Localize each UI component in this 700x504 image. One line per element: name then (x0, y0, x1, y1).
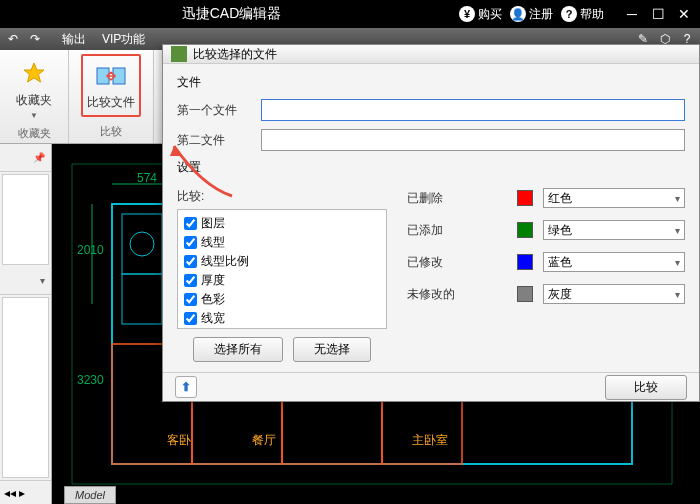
buy-button[interactable]: ¥ 购买 (459, 6, 502, 23)
close-button[interactable]: ✕ (672, 4, 696, 24)
window-buttons: ─ ☐ ✕ (620, 4, 696, 24)
unchanged-color-select[interactable]: 灰度 (543, 284, 685, 304)
modified-label: 已修改 (407, 254, 507, 271)
compare-label-text: 比较: (177, 188, 387, 205)
added-color-select[interactable]: 绿色 (543, 220, 685, 240)
panel-collapse[interactable]: ▾ (0, 267, 51, 295)
check-linetype[interactable]: 线型 (184, 233, 380, 252)
titlebar-right: ¥ 购买 👤 注册 ? 帮助 ─ ☐ ✕ (459, 4, 696, 24)
check-ltscale[interactable]: 线型比例 (184, 252, 380, 271)
register-label: 注册 (529, 6, 553, 23)
dialog-titlebar: 比较选择的文件 (163, 45, 699, 64)
modified-swatch (517, 254, 533, 270)
added-swatch (517, 222, 533, 238)
svg-text:3230: 3230 (77, 373, 104, 387)
color-modified-row: 已修改 蓝色 (407, 252, 685, 272)
added-label: 已添加 (407, 222, 507, 239)
first-file-row: 第一个文件 (177, 99, 685, 121)
compare-group-label: 比较 (100, 122, 122, 141)
first-file-input[interactable] (261, 99, 685, 121)
buy-icon: ¥ (459, 6, 475, 22)
deleted-swatch (517, 190, 533, 206)
unchanged-swatch (517, 286, 533, 302)
checkbox-thickness[interactable] (184, 274, 197, 287)
user-icon: 👤 (510, 6, 526, 22)
color-added-row: 已添加 绿色 (407, 220, 685, 240)
compare-button[interactable]: 比较 (605, 375, 687, 400)
panel-body-2 (2, 297, 49, 478)
svg-text:主卧室: 主卧室 (412, 433, 448, 447)
redo-button[interactable]: ↷ (26, 30, 44, 48)
dialog-footer: ⬆ 比较 (163, 372, 699, 401)
settings-left: 比较: 图层 线型 线型比例 厚度 色彩 线宽 几何体数据 选择所有 无选择 (177, 188, 387, 362)
quick-access-toolbar: ↶ ↷ (4, 30, 44, 48)
ribbon-group-favorites: 收藏夹 ▼ 收藏夹 (0, 50, 69, 143)
help-label: 帮助 (580, 6, 604, 23)
menu-export[interactable]: 输出 (54, 29, 94, 50)
favorites-button[interactable]: 收藏夹 ▼ (12, 54, 56, 124)
check-color[interactable]: 色彩 (184, 290, 380, 309)
settings-right: 已删除 红色 已添加 绿色 已修改 蓝色 未修改的 灰度 (407, 188, 685, 362)
checkbox-layer[interactable] (184, 217, 197, 230)
ribbon-group-compare: 比较文件 比较 (69, 50, 154, 143)
select-all-button[interactable]: 选择所有 (193, 337, 283, 362)
dropdown-icon: ▼ (30, 111, 38, 120)
footer-right: 比较 (605, 375, 687, 400)
undo-button[interactable]: ↶ (4, 30, 22, 48)
help-button[interactable]: ? 帮助 (561, 6, 604, 23)
file-section-label: 文件 (177, 74, 685, 91)
svg-rect-8 (122, 214, 162, 274)
check-geometry[interactable]: 几何体数据 (184, 328, 380, 329)
check-lineweight[interactable]: 线宽 (184, 309, 380, 328)
second-file-input[interactable] (261, 129, 685, 151)
up-arrow-button[interactable]: ⬆ (175, 376, 197, 398)
select-none-button[interactable]: 无选择 (293, 337, 371, 362)
color-unchanged-row: 未修改的 灰度 (407, 284, 685, 304)
svg-rect-9 (122, 274, 162, 324)
compare-label: 比较文件 (87, 94, 135, 111)
buy-label: 购买 (478, 6, 502, 23)
checkbox-linetype[interactable] (184, 236, 197, 249)
menu-vip[interactable]: VIP功能 (94, 29, 153, 50)
panel-pin[interactable]: 📌 (0, 144, 51, 172)
deleted-label: 已删除 (407, 190, 507, 207)
model-tab[interactable]: Model (64, 486, 116, 504)
first-file-label: 第一个文件 (177, 102, 251, 119)
deleted-color-select[interactable]: 红色 (543, 188, 685, 208)
settings-row: 比较: 图层 线型 线型比例 厚度 色彩 线宽 几何体数据 选择所有 无选择 已… (177, 188, 685, 362)
compare-files-button[interactable]: 比较文件 (81, 54, 141, 117)
svg-text:餐厅: 餐厅 (252, 433, 276, 447)
settings-label: 设置 (177, 159, 685, 176)
checkbox-ltscale[interactable] (184, 255, 197, 268)
left-panel: 📌 ▾ ◂◂ ▸ (0, 144, 52, 504)
svg-text:2010: 2010 (77, 243, 104, 257)
panel-footer[interactable]: ◂◂ ▸ (0, 480, 51, 504)
register-button[interactable]: 👤 注册 (510, 6, 553, 23)
svg-point-10 (130, 232, 154, 256)
color-deleted-row: 已删除 红色 (407, 188, 685, 208)
check-thickness[interactable]: 厚度 (184, 271, 380, 290)
checkbox-color[interactable] (184, 293, 197, 306)
favorites-label: 收藏夹 (16, 92, 52, 109)
check-layer[interactable]: 图层 (184, 214, 380, 233)
minimize-button[interactable]: ─ (620, 4, 644, 24)
favorites-group-label: 收藏夹 (18, 124, 51, 143)
dialog-body: 文件 第一个文件 第二文件 设置 比较: 图层 线型 线型比例 厚度 色彩 线宽 (163, 64, 699, 372)
compare-icon (95, 60, 127, 92)
check-buttons: 选择所有 无选择 (177, 337, 387, 362)
checkbox-lineweight[interactable] (184, 312, 197, 325)
modified-color-select[interactable]: 蓝色 (543, 252, 685, 272)
second-file-label: 第二文件 (177, 132, 251, 149)
unchanged-label: 未修改的 (407, 286, 507, 303)
dialog-icon (171, 46, 187, 62)
app-title: 迅捷CAD编辑器 (4, 5, 459, 23)
svg-text:574: 574 (137, 171, 157, 185)
second-file-row: 第二文件 (177, 129, 685, 151)
compare-dialog: 比较选择的文件 文件 第一个文件 第二文件 设置 比较: 图层 线型 线型比例 … (162, 44, 700, 402)
panel-body (2, 174, 49, 265)
compare-checklist: 图层 线型 线型比例 厚度 色彩 线宽 几何体数据 (177, 209, 387, 329)
svg-text:客卧: 客卧 (167, 433, 191, 447)
maximize-button[interactable]: ☐ (646, 4, 670, 24)
dialog-title-text: 比较选择的文件 (193, 46, 277, 63)
star-icon (18, 58, 50, 90)
